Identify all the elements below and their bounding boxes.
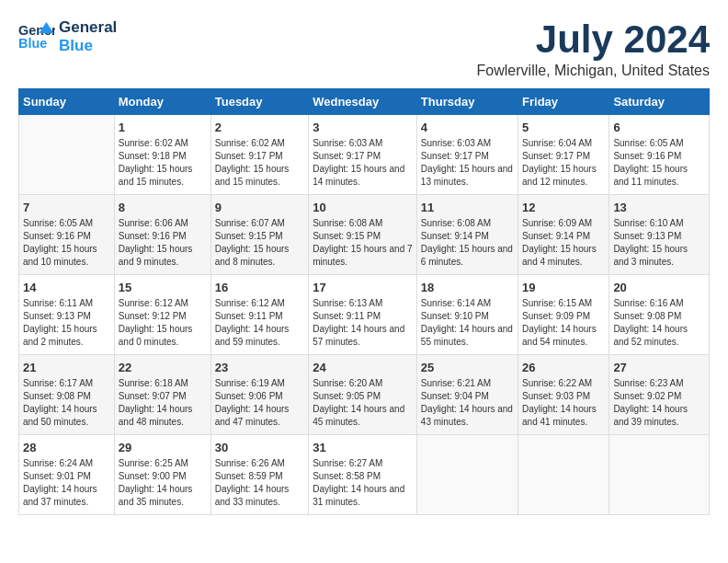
day-cell: 25Sunrise: 6:21 AM Sunset: 9:04 PM Dayli…	[416, 355, 518, 435]
logo-icon: General Blue	[18, 18, 55, 55]
day-number: 21	[23, 361, 110, 374]
day-cell: 14Sunrise: 6:11 AM Sunset: 9:13 PM Dayli…	[19, 275, 115, 355]
day-cell: 3Sunrise: 6:03 AM Sunset: 9:17 PM Daylig…	[309, 115, 417, 195]
day-cell: 10Sunrise: 6:08 AM Sunset: 9:15 PM Dayli…	[309, 195, 417, 275]
day-cell: 29Sunrise: 6:25 AM Sunset: 9:00 PM Dayli…	[114, 435, 210, 515]
day-info: Sunrise: 6:25 AM Sunset: 9:00 PM Dayligh…	[119, 457, 207, 509]
header-sunday: Sunday	[19, 89, 115, 115]
day-cell: 5Sunrise: 6:04 AM Sunset: 9:17 PM Daylig…	[518, 115, 609, 195]
day-cell: 18Sunrise: 6:14 AM Sunset: 9:10 PM Dayli…	[416, 275, 518, 355]
day-cell	[19, 115, 115, 195]
day-number: 13	[613, 201, 705, 214]
day-cell: 20Sunrise: 6:16 AM Sunset: 9:08 PM Dayli…	[609, 275, 710, 355]
day-number: 14	[23, 281, 110, 294]
day-info: Sunrise: 6:02 AM Sunset: 9:17 PM Dayligh…	[215, 137, 304, 189]
logo-line2: Blue	[59, 37, 117, 55]
day-number: 23	[215, 361, 304, 374]
day-cell: 17Sunrise: 6:13 AM Sunset: 9:11 PM Dayli…	[309, 275, 417, 355]
day-number: 15	[119, 281, 207, 294]
day-cell: 19Sunrise: 6:15 AM Sunset: 9:09 PM Dayli…	[518, 275, 609, 355]
day-cell: 30Sunrise: 6:26 AM Sunset: 8:59 PM Dayli…	[210, 435, 308, 515]
day-info: Sunrise: 6:11 AM Sunset: 9:13 PM Dayligh…	[23, 297, 110, 349]
day-info: Sunrise: 6:06 AM Sunset: 9:16 PM Dayligh…	[119, 217, 207, 269]
day-number: 10	[313, 201, 413, 214]
day-info: Sunrise: 6:08 AM Sunset: 9:15 PM Dayligh…	[313, 217, 413, 269]
header-friday: Friday	[518, 89, 609, 115]
day-number: 3	[313, 121, 413, 134]
day-number: 7	[23, 201, 110, 214]
day-cell: 27Sunrise: 6:23 AM Sunset: 9:02 PM Dayli…	[609, 355, 710, 435]
day-number: 29	[119, 441, 207, 454]
header-thursday: Thursday	[416, 89, 518, 115]
day-number: 26	[522, 361, 605, 374]
day-cell: 22Sunrise: 6:18 AM Sunset: 9:07 PM Dayli…	[114, 355, 210, 435]
day-info: Sunrise: 6:10 AM Sunset: 9:13 PM Dayligh…	[613, 217, 705, 269]
day-number: 17	[313, 281, 413, 294]
day-info: Sunrise: 6:23 AM Sunset: 9:02 PM Dayligh…	[613, 377, 705, 429]
header-tuesday: Tuesday	[210, 89, 308, 115]
day-info: Sunrise: 6:05 AM Sunset: 9:16 PM Dayligh…	[23, 217, 110, 269]
calendar-body: 1Sunrise: 6:02 AM Sunset: 9:18 PM Daylig…	[19, 115, 710, 515]
day-info: Sunrise: 6:03 AM Sunset: 9:17 PM Dayligh…	[313, 137, 413, 189]
day-info: Sunrise: 6:18 AM Sunset: 9:07 PM Dayligh…	[119, 377, 207, 429]
day-info: Sunrise: 6:14 AM Sunset: 9:10 PM Dayligh…	[421, 297, 514, 349]
day-info: Sunrise: 6:12 AM Sunset: 9:11 PM Dayligh…	[215, 297, 304, 349]
day-cell: 15Sunrise: 6:12 AM Sunset: 9:12 PM Dayli…	[114, 275, 210, 355]
day-number: 20	[613, 281, 705, 294]
day-info: Sunrise: 6:27 AM Sunset: 8:58 PM Dayligh…	[313, 457, 413, 509]
day-number: 31	[313, 441, 413, 454]
calendar-header: Sunday Monday Tuesday Wednesday Thursday…	[19, 89, 710, 115]
day-cell: 9Sunrise: 6:07 AM Sunset: 9:15 PM Daylig…	[210, 195, 308, 275]
day-info: Sunrise: 6:13 AM Sunset: 9:11 PM Dayligh…	[313, 297, 413, 349]
logo-line1: General	[59, 18, 117, 37]
day-number: 5	[522, 121, 605, 134]
day-number: 9	[215, 201, 304, 214]
location: Fowlerville, Michigan, United States	[477, 63, 710, 79]
header-saturday: Saturday	[609, 89, 710, 115]
day-number: 27	[613, 361, 705, 374]
day-cell: 7Sunrise: 6:05 AM Sunset: 9:16 PM Daylig…	[19, 195, 115, 275]
day-info: Sunrise: 6:04 AM Sunset: 9:17 PM Dayligh…	[522, 137, 605, 189]
day-cell: 24Sunrise: 6:20 AM Sunset: 9:05 PM Dayli…	[309, 355, 417, 435]
day-info: Sunrise: 6:02 AM Sunset: 9:18 PM Dayligh…	[119, 137, 207, 189]
header-monday: Monday	[114, 89, 210, 115]
day-cell	[416, 435, 518, 515]
day-number: 11	[421, 201, 514, 214]
day-cell: 28Sunrise: 6:24 AM Sunset: 9:01 PM Dayli…	[19, 435, 115, 515]
day-number: 30	[215, 441, 304, 454]
day-info: Sunrise: 6:24 AM Sunset: 9:01 PM Dayligh…	[23, 457, 110, 509]
day-cell: 23Sunrise: 6:19 AM Sunset: 9:06 PM Dayli…	[210, 355, 308, 435]
day-number: 18	[421, 281, 514, 294]
logo: General Blue General Blue	[18, 18, 117, 56]
day-number: 6	[613, 121, 705, 134]
day-cell: 21Sunrise: 6:17 AM Sunset: 9:08 PM Dayli…	[19, 355, 115, 435]
day-cell	[518, 435, 609, 515]
day-number: 12	[522, 201, 605, 214]
day-cell: 16Sunrise: 6:12 AM Sunset: 9:11 PM Dayli…	[210, 275, 308, 355]
day-cell: 1Sunrise: 6:02 AM Sunset: 9:18 PM Daylig…	[114, 115, 210, 195]
day-cell: 26Sunrise: 6:22 AM Sunset: 9:03 PM Dayli…	[518, 355, 609, 435]
page-header: General Blue General Blue July 2024 Fowl…	[18, 18, 710, 79]
month-title: July 2024	[477, 18, 710, 61]
title-block: July 2024 Fowlerville, Michigan, United …	[477, 18, 710, 79]
day-cell: 31Sunrise: 6:27 AM Sunset: 8:58 PM Dayli…	[309, 435, 417, 515]
day-info: Sunrise: 6:09 AM Sunset: 9:14 PM Dayligh…	[522, 217, 605, 269]
day-cell: 4Sunrise: 6:03 AM Sunset: 9:17 PM Daylig…	[416, 115, 518, 195]
day-number: 2	[215, 121, 304, 134]
day-info: Sunrise: 6:26 AM Sunset: 8:59 PM Dayligh…	[215, 457, 304, 509]
day-info: Sunrise: 6:08 AM Sunset: 9:14 PM Dayligh…	[421, 217, 514, 269]
day-number: 24	[313, 361, 413, 374]
day-number: 4	[421, 121, 514, 134]
day-info: Sunrise: 6:22 AM Sunset: 9:03 PM Dayligh…	[522, 377, 605, 429]
day-number: 28	[23, 441, 110, 454]
week-row-4: 28Sunrise: 6:24 AM Sunset: 9:01 PM Dayli…	[19, 435, 710, 515]
day-number: 25	[421, 361, 514, 374]
day-cell	[609, 435, 710, 515]
day-info: Sunrise: 6:20 AM Sunset: 9:05 PM Dayligh…	[313, 377, 413, 429]
day-info: Sunrise: 6:21 AM Sunset: 9:04 PM Dayligh…	[421, 377, 514, 429]
week-row-0: 1Sunrise: 6:02 AM Sunset: 9:18 PM Daylig…	[19, 115, 710, 195]
svg-text:Blue: Blue	[18, 36, 47, 51]
day-info: Sunrise: 6:16 AM Sunset: 9:08 PM Dayligh…	[613, 297, 705, 349]
day-cell: 6Sunrise: 6:05 AM Sunset: 9:16 PM Daylig…	[609, 115, 710, 195]
day-number: 19	[522, 281, 605, 294]
